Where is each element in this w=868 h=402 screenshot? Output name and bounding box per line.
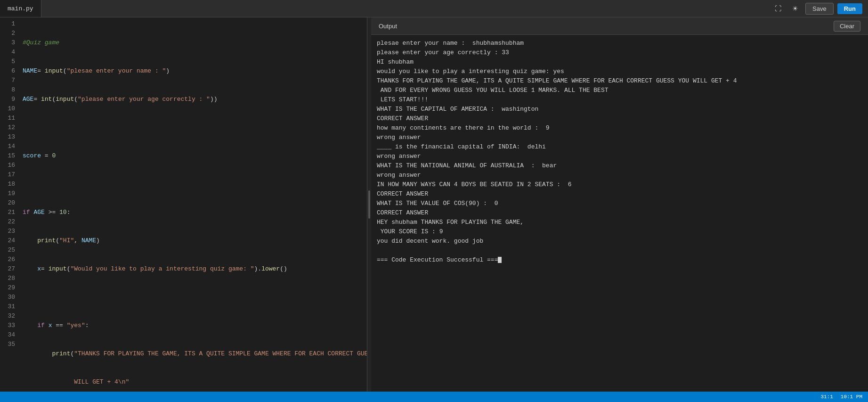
run-button[interactable]: Run [837,3,862,14]
tab-filename: main.py [8,5,33,12]
code-area: 1 2 3 4 5 6 7 8 9 10 11 12 13 14 15 16 1… [0,17,367,392]
line-numbers: 1 2 3 4 5 6 7 8 9 10 11 12 13 14 15 16 1… [0,19,19,392]
settings-icon: ☀ [792,5,798,12]
status-bar: 31:1 10:1 PM [0,392,868,402]
editor-pane[interactable]: 1 2 3 4 5 6 7 8 9 10 11 12 13 14 15 16 1… [0,17,367,392]
pane-divider [367,17,371,392]
status-time: 10:1 PM [841,394,862,400]
fullscreen-button[interactable]: ⛶ [771,2,785,15]
fullscreen-icon: ⛶ [775,5,781,12]
settings-button[interactable]: ☀ [788,2,802,15]
output-pane: Output Clear plesae enter your name : sh… [371,17,868,392]
save-button[interactable]: Save [805,3,834,15]
status-position: 31:1 [820,394,833,400]
toolbar: ⛶ ☀ Save Run [771,2,868,15]
main-content: 1 2 3 4 5 6 7 8 9 10 11 12 13 14 15 16 1… [0,17,868,392]
editor-tab[interactable]: main.py [0,0,41,17]
output-content: plesae enter your name : shubhamshubham … [371,35,868,392]
top-bar: main.py ⛶ ☀ Save Run [0,0,868,17]
code-lines: #Quiz game NAME= input("plesae enter you… [19,19,367,392]
scroll-indicator [368,190,370,219]
output-title: Output [379,23,397,30]
clear-button[interactable]: Clear [834,21,860,32]
output-header: Output Clear [371,17,868,35]
